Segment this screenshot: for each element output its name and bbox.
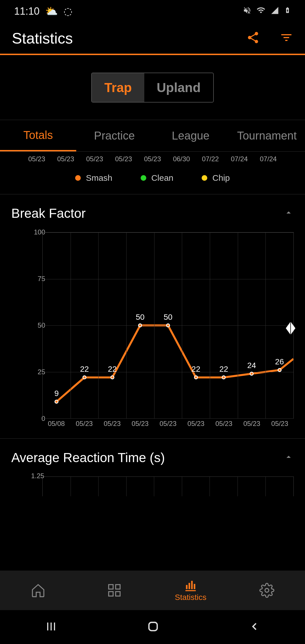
app-header: Statistics <box>0 23 305 55</box>
legend-label: Smash <box>86 173 112 183</box>
recent-apps-button[interactable] <box>44 620 58 634</box>
break-factor-title: Break Factor <box>11 206 86 221</box>
data-point <box>194 375 198 379</box>
legend-dot-clean <box>141 175 146 181</box>
break-factor-section: Break Factor 0255075100 9222250502222242… <box>0 194 305 439</box>
svg-rect-3 <box>116 592 120 596</box>
data-point <box>138 323 142 327</box>
x-tick: 05/23 <box>98 420 126 430</box>
legend-label: Chip <box>212 173 230 183</box>
reaction-time-title: Average Reaction Time (s) <box>11 450 165 465</box>
svg-rect-0 <box>109 585 113 589</box>
home-button[interactable] <box>147 620 159 634</box>
legend-dot-chip <box>202 175 207 181</box>
data-label: 22 <box>191 365 200 374</box>
x-tick: 05/23 <box>154 420 182 430</box>
mode-upland[interactable]: Upland <box>144 73 213 102</box>
legend-smash: Smash <box>75 173 112 183</box>
page-title: Statistics <box>12 29 73 47</box>
prev-date: 07/24 <box>231 155 248 163</box>
spinner-icon: ◌ <box>64 5 72 17</box>
status-time: 11:10 <box>14 5 40 17</box>
data-label: 22 <box>80 365 89 374</box>
prev-date: 05/23 <box>57 155 74 163</box>
data-point <box>278 368 282 372</box>
prev-date: 05/23 <box>115 155 132 163</box>
data-label: 26 <box>275 357 284 366</box>
tab-tournament[interactable]: Tournament <box>229 120 305 151</box>
tab-practice[interactable]: Practice <box>76 120 152 151</box>
data-label: 9 <box>55 389 59 398</box>
bottom-nav: Statistics <box>0 571 305 610</box>
nav-settings[interactable] <box>229 571 305 610</box>
previous-chart-dates: 05/23 05/23 05/23 05/23 05/23 06/30 07/2… <box>0 152 305 166</box>
reaction-time-section: Average Reaction Time (s) 1.25 <box>0 439 305 496</box>
nav-grid[interactable] <box>76 571 152 610</box>
x-tick: 05/23 <box>210 420 238 430</box>
x-tick: 05/23 <box>238 420 266 430</box>
data-point <box>166 323 170 327</box>
legend-dot-smash <box>75 175 81 181</box>
svg-rect-1 <box>116 585 120 589</box>
nav-statistics[interactable]: Statistics <box>152 571 229 610</box>
mode-toggle-row: Trap Upland <box>0 55 305 120</box>
svg-rect-4 <box>186 585 188 589</box>
prev-date: 05/23 <box>86 155 103 163</box>
prev-date: 07/22 <box>202 155 219 163</box>
x-tick: 05/23 <box>182 420 210 430</box>
data-label: 24 <box>247 361 256 370</box>
legend-label: Clean <box>151 173 173 183</box>
data-point <box>222 375 226 379</box>
battery-icon <box>284 5 291 18</box>
data-label: 22 <box>108 365 117 374</box>
data-point <box>110 375 114 379</box>
x-tick: 05/23 <box>70 420 98 430</box>
data-label: 50 <box>136 313 145 322</box>
mode-toggle: Trap Upland <box>91 73 213 103</box>
back-button[interactable] <box>248 620 261 634</box>
svg-rect-6 <box>191 581 193 589</box>
x-tick: 05/23 <box>266 420 294 430</box>
prev-date: 06/30 <box>173 155 190 163</box>
tab-league[interactable]: League <box>152 120 229 151</box>
prev-date: 05/23 <box>144 155 161 163</box>
svg-point-9 <box>265 588 269 592</box>
data-label: 22 <box>219 365 228 374</box>
system-nav <box>0 610 305 644</box>
svg-rect-8 <box>186 590 196 591</box>
nav-home[interactable] <box>0 571 76 610</box>
tab-totals[interactable]: Totals <box>0 120 76 151</box>
share-icon[interactable] <box>246 31 260 45</box>
mute-icon <box>243 5 251 17</box>
wifi-icon <box>256 5 265 17</box>
weather-icon: ⛅ <box>45 5 58 17</box>
reaction-time-chart[interactable]: 1.25 <box>31 471 294 496</box>
chart-scroll-handle[interactable] <box>286 322 295 334</box>
x-tick: 05/08 <box>42 420 70 430</box>
nav-statistics-label: Statistics <box>175 593 206 602</box>
legend-clean: Clean <box>141 173 173 183</box>
data-point <box>55 400 58 404</box>
data-label: 50 <box>164 313 172 322</box>
stats-tabs: Totals Practice League Tournament <box>0 120 305 152</box>
prev-date: 07/24 <box>260 155 277 163</box>
collapse-icon[interactable] <box>284 208 294 219</box>
chart-legend: Smash Clean Chip <box>0 166 305 194</box>
legend-chip: Chip <box>202 173 230 183</box>
break-factor-chart[interactable]: 0255075100 92222505022222426 05/0805/230… <box>31 227 294 430</box>
filter-icon[interactable] <box>280 31 293 45</box>
svg-rect-2 <box>109 592 113 596</box>
data-point <box>82 375 86 379</box>
x-tick: 05/23 <box>126 420 154 430</box>
mode-trap[interactable]: Trap <box>92 73 144 102</box>
collapse-icon[interactable] <box>284 452 294 463</box>
svg-rect-5 <box>189 583 190 589</box>
svg-rect-13 <box>149 622 157 630</box>
prev-date: 05/23 <box>28 155 45 163</box>
status-bar: 11:10 ⛅ ◌ <box>0 0 305 23</box>
svg-rect-7 <box>194 584 195 589</box>
signal-icon <box>271 5 279 17</box>
data-point <box>250 372 254 376</box>
